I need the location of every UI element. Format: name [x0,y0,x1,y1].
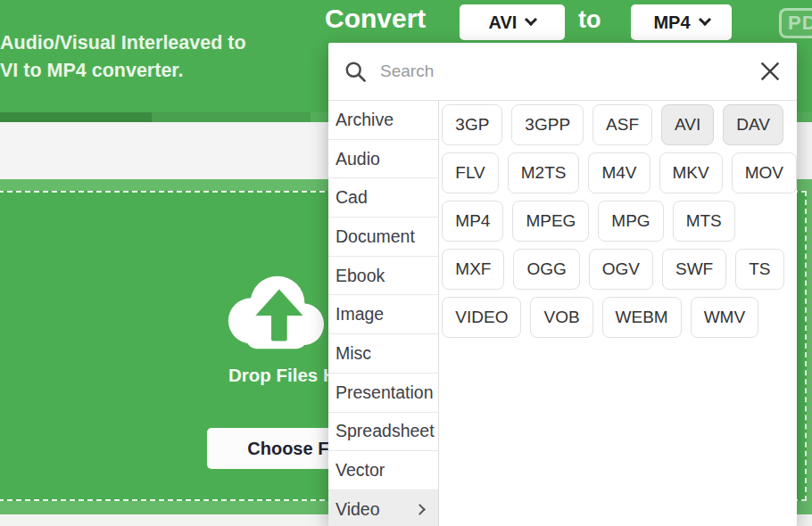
format-button-webm[interactable]: WEBM [602,297,682,338]
progress-segment-mid [152,112,311,122]
category-label: Misc [336,343,371,364]
category-label: Audio [336,149,380,169]
search-bar [328,43,797,101]
format-button-mpeg[interactable]: MPEG [512,201,589,242]
format-button-ogv[interactable]: OGV [589,249,653,290]
format-button-mpg[interactable]: MPG [598,201,663,242]
page-title-line1: Audio/Visual Interleaved to [0,29,246,57]
from-format-value: AVI [489,12,518,33]
format-button-avi[interactable]: AVI [661,104,714,145]
format-button-video[interactable]: VIDEO [442,297,521,338]
to-format-value: MP4 [653,12,690,33]
category-label: Video [336,499,380,520]
category-label: Vector [336,460,385,481]
page-title: Audio/Visual Interleaved to VI to MP4 co… [0,29,246,85]
category-item-audio[interactable]: Audio [328,140,438,179]
from-format-select[interactable]: AVI [460,4,565,40]
format-button-asf[interactable]: ASF [592,104,652,145]
format-button-ogg[interactable]: OGG [513,249,579,290]
category-item-cad[interactable]: Cad [328,178,438,218]
chevron-down-icon [698,13,710,26]
format-button-mkv[interactable]: MKV [659,152,723,193]
format-row: VIDEOVOBWEBMWMV [442,297,797,338]
category-label: Cad [336,187,368,208]
format-button-m2ts[interactable]: M2TS [508,152,580,193]
category-label: Presentation [336,382,434,403]
convert-label: Convert [325,4,426,34]
category-item-ebook[interactable]: Ebook [328,257,438,296]
panel-body: ArchiveAudioCadDocumentEbookImageMiscPre… [328,101,797,526]
category-item-presentation[interactable]: Presentation [328,374,438,413]
category-item-image[interactable]: Image [328,295,438,334]
format-button-vob[interactable]: VOB [530,297,592,338]
to-format-select[interactable]: MP4 [631,4,732,40]
format-picker-panel: ArchiveAudioCadDocumentEbookImageMiscPre… [328,43,797,526]
cloud-upload-icon [221,269,327,351]
category-label: Spreadsheet [336,421,435,441]
pdf-logo[interactable]: PDF [779,8,812,38]
to-label: to [578,6,601,34]
category-item-archive[interactable]: Archive [328,101,438,140]
format-button-mxf[interactable]: MXF [442,249,504,290]
category-item-misc[interactable]: Misc [328,334,438,374]
category-item-spreadsheet[interactable]: Spreadsheet [328,413,438,452]
page-title-line2: VI to MP4 converter. [0,57,246,85]
progress-segment-dark [0,112,152,122]
search-icon [344,60,368,84]
format-button-wmv[interactable]: WMV [691,297,758,338]
close-icon[interactable] [758,59,783,84]
format-button-flv[interactable]: FLV [442,152,498,193]
format-row: FLVM2TSM4VMKVMOV [442,152,797,193]
format-button-3gpp[interactable]: 3GPP [511,104,584,145]
format-button-swf[interactable]: SWF [662,249,726,290]
format-button-mov[interactable]: MOV [732,152,797,193]
format-button-mp4[interactable]: MP4 [442,201,503,242]
format-row: 3GP3GPPASFAVIDAV [442,104,797,145]
category-label: Ebook [336,266,385,286]
format-button-ts[interactable]: TS [735,249,783,290]
chevron-down-icon [525,13,537,26]
search-input[interactable] [380,43,755,99]
category-label: Archive [336,110,394,130]
format-button-mts[interactable]: MTS [673,201,735,242]
format-row: MP4MPEGMPGMTS [442,201,797,242]
category-label: Document [336,226,415,247]
category-item-vector[interactable]: Vector [328,451,438,490]
format-button-3gp[interactable]: 3GP [442,104,502,145]
format-grid: 3GP3GPPASFAVIDAVFLVM2TSM4VMKVMOVMP4MPEGM… [439,101,797,526]
chevron-right-icon [414,504,426,515]
format-button-dav[interactable]: DAV [723,104,783,145]
format-row: MXFOGGOGVSWFTS [442,249,797,290]
category-item-video[interactable]: Video [328,490,438,526]
format-button-m4v[interactable]: M4V [588,152,650,193]
category-label: Image [336,304,384,325]
category-list: ArchiveAudioCadDocumentEbookImageMiscPre… [328,101,439,526]
category-item-document[interactable]: Document [328,218,438,257]
